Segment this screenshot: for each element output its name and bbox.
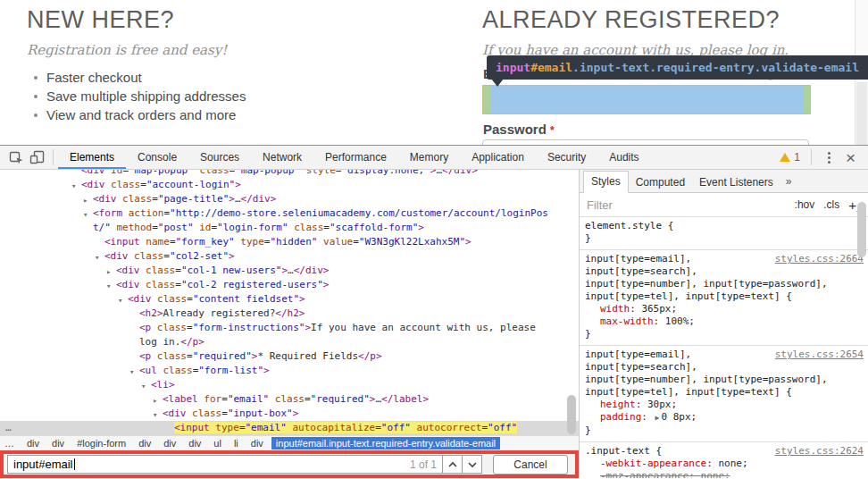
- tree-row[interactable]: <p class="form-instructions">If you have…: [0, 321, 579, 349]
- benefit-item: View and track orders and more: [32, 105, 246, 124]
- tab-network[interactable]: Network: [251, 146, 313, 169]
- sidebar-tabs: StylesComputedEvent Listeners»: [580, 170, 868, 193]
- breadcrumb-item[interactable]: div: [134, 437, 155, 450]
- breadcrumb-item[interactable]: div: [47, 437, 69, 450]
- expand-arrow-down-icon[interactable]: ▾: [129, 365, 134, 379]
- css-property[interactable]: height: 30px;: [585, 399, 863, 411]
- cancel-button[interactable]: Cancel: [493, 455, 568, 475]
- toggle-hover-state[interactable]: :hov: [795, 198, 815, 211]
- tree-row[interactable]: ▾<li>: [0, 378, 579, 392]
- stylesheet-link[interactable]: styles.css:2624: [775, 445, 864, 458]
- css-property[interactable]: -moz-appearance: none;: [585, 470, 863, 478]
- page-scrollbar-thumb[interactable]: [856, 82, 867, 146]
- expand-property-arrow-icon: ▶: [655, 414, 660, 422]
- tree-row[interactable]: ▾<div class="content fieldset">: [0, 292, 579, 307]
- tab-console[interactable]: Console: [126, 146, 188, 169]
- styles-scrollbar-thumb[interactable]: [857, 202, 866, 257]
- breadcrumb-item[interactable]: …: [0, 437, 19, 450]
- tree-row[interactable]: ▸<label for="email" class="required">…</…: [0, 392, 579, 407]
- sidebar-tab-event-listeners[interactable]: Event Listeners: [692, 172, 780, 193]
- tree-row[interactable]: ▸<div class="page-title">…</div>: [0, 192, 579, 206]
- expand-arrow-down-icon[interactable]: ▾: [71, 179, 76, 193]
- expand-arrow-down-icon[interactable]: ▾: [95, 250, 99, 265]
- tab-elements[interactable]: Elements: [58, 146, 126, 169]
- tree-row[interactable]: ▾<div class="input-box">: [0, 407, 579, 421]
- search-input[interactable]: input#email 1 of 1: [7, 455, 443, 474]
- css-property[interactable]: -webkit-appearance: none;: [585, 458, 863, 470]
- tree-row[interactable]: <p class="required">* Required Fields</p…: [0, 349, 579, 364]
- tab-security[interactable]: Security: [536, 146, 597, 169]
- breadcrumb-item[interactable]: div: [184, 437, 205, 450]
- email-input-highlighted[interactable]: [482, 85, 811, 114]
- css-rule: styles.css:2624.input-text {-webkit-appe…: [580, 442, 868, 478]
- toggle-classes[interactable]: .cls: [823, 198, 839, 211]
- already-registered-heading: ALREADY REGISTERED?: [482, 6, 780, 34]
- stylesheet-link[interactable]: styles.css:2654: [775, 349, 864, 361]
- sidebar-tab-computed[interactable]: Computed: [629, 172, 692, 193]
- devtools-tabs: ElementsConsoleSourcesNetworkPerformance…: [58, 146, 651, 169]
- elements-panel: <div id="map-popup" class="map-popup" st…: [0, 170, 579, 478]
- tree-row-selected[interactable]: <input type="email" autocapitalize="off"…: [0, 421, 579, 435]
- css-selector-line: element.style {: [585, 220, 863, 232]
- breadcrumb-item[interactable]: div: [22, 437, 44, 450]
- sidebar-tabs-overflow-icon[interactable]: »: [780, 172, 797, 192]
- tab-audits[interactable]: Audits: [597, 146, 650, 169]
- css-selector-line: input[type=tel], input[type=text] {: [585, 290, 863, 303]
- tab-performance[interactable]: Performance: [313, 146, 398, 169]
- css-rules-list: element.style {}styles.css:2664input[typ…: [580, 217, 868, 478]
- expand-arrow-right-icon[interactable]: ▸: [153, 393, 157, 408]
- toolbar-divider: [811, 149, 812, 165]
- elements-scrollbar-thumb[interactable]: [567, 395, 576, 434]
- expand-arrow-down-icon[interactable]: ▾: [83, 207, 88, 222]
- devtools-main: <div id="map-popup" class="map-popup" st…: [0, 170, 868, 478]
- stylesheet-link[interactable]: styles.css:2664: [775, 253, 864, 265]
- tree-row[interactable]: ▾<div class="col2-set">: [0, 249, 579, 264]
- expand-arrow-right-icon[interactable]: ▸: [83, 193, 88, 207]
- css-property[interactable]: padding: ▶0 8px;: [585, 411, 863, 424]
- tree-row[interactable]: ▾<div class="col-2 registered-users">: [0, 278, 579, 292]
- tab-memory[interactable]: Memory: [398, 146, 460, 169]
- tab-sources[interactable]: Sources: [188, 146, 251, 169]
- expand-arrow-right-icon[interactable]: ▸: [106, 265, 111, 279]
- tooltip-tag: input: [496, 61, 530, 74]
- warning-count: 1: [794, 151, 800, 164]
- row-overflow-menu-icon[interactable]: …: [5, 421, 13, 435]
- filter-input[interactable]: Filter: [587, 198, 613, 212]
- tree-row[interactable]: <h2>Already registered?</h2>: [0, 307, 579, 321]
- tree-row[interactable]: ▸<div class="col-1 new-users">…</div>: [0, 264, 579, 278]
- new-here-heading: NEW HERE?: [27, 6, 174, 34]
- css-selector-line: input[type=search],: [585, 265, 863, 278]
- breadcrumb-item[interactable]: div: [246, 437, 268, 450]
- browser-page: NEW HERE? Registration is free and easy!…: [0, 0, 868, 146]
- expand-arrow-down-icon[interactable]: ▾: [106, 279, 111, 293]
- tree-row[interactable]: <input name="form_key" type="hidden" val…: [0, 235, 579, 249]
- inspect-tooltip: input#email.input-text.required-entry.va…: [487, 55, 868, 80]
- tree-row[interactable]: ▾<div class="account-login">: [0, 178, 579, 192]
- breadcrumb-item[interactable]: ul: [209, 437, 226, 450]
- benefit-item: Faster checkout: [32, 68, 246, 87]
- expand-arrow-down-icon[interactable]: ▾: [153, 408, 157, 422]
- password-input[interactable]: [482, 139, 809, 146]
- warnings-badge[interactable]: 1: [780, 151, 800, 164]
- breadcrumb-item[interactable]: #login-form: [72, 437, 130, 450]
- breadcrumb-item-selected[interactable]: input#email.input-text.required-entry.va…: [271, 437, 500, 450]
- breadcrumb-item[interactable]: li: [230, 437, 243, 450]
- sidebar-tab-styles[interactable]: Styles: [583, 171, 629, 193]
- expand-arrow-down-icon[interactable]: ▾: [141, 379, 146, 393]
- css-property[interactable]: max-width: 100%;: [585, 315, 863, 328]
- more-options-icon[interactable]: [822, 148, 836, 167]
- css-property[interactable]: width: 365px;: [585, 303, 863, 315]
- breadcrumb-item[interactable]: div: [159, 437, 180, 450]
- tree-row[interactable]: <div id="map-popup" class="map-popup" st…: [0, 170, 579, 178]
- tree-row[interactable]: ▾<ul class="form-list">: [0, 364, 579, 378]
- tab-application[interactable]: Application: [460, 146, 536, 169]
- expand-arrow-down-icon[interactable]: ▾: [118, 293, 122, 307]
- close-icon[interactable]: ×: [842, 149, 859, 166]
- inspect-element-icon[interactable]: [5, 147, 27, 167]
- device-toolbar-icon[interactable]: [27, 147, 48, 167]
- tree-row[interactable]: ▾<form action="http://demo-store.seleniu…: [0, 206, 579, 235]
- css-selector-line: input[type=number], input[type=password]…: [585, 278, 863, 290]
- previous-match-button[interactable]: [442, 455, 463, 474]
- next-match-button[interactable]: [462, 455, 482, 474]
- inspect-padding-overlay: [483, 86, 490, 113]
